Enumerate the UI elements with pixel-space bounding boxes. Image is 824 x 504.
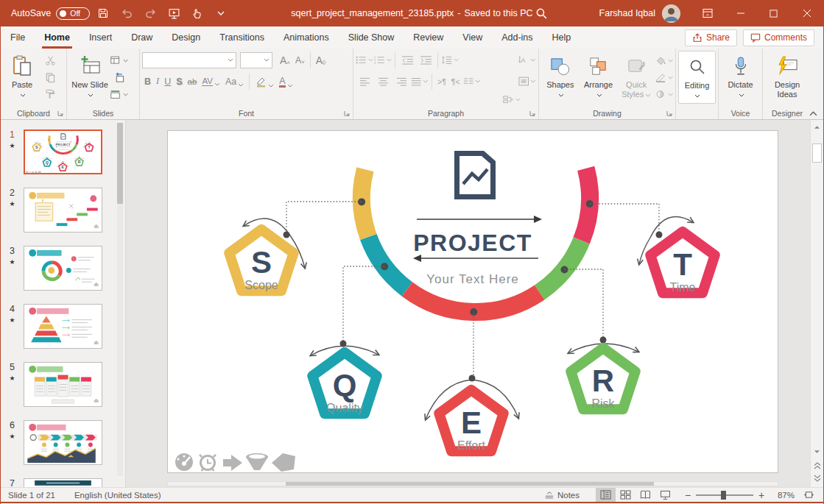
underline-button[interactable]: U [162,77,173,87]
autosave-control[interactable]: AutoSave Off [11,7,90,20]
project-title[interactable]: PROJECT [56,143,71,146]
scroll-down-button[interactable] [811,446,823,458]
arc-segment[interactable] [71,145,77,152]
shapes-button[interactable]: Shapes [541,51,580,107]
comments-button[interactable]: Comments [743,29,814,46]
numbering-button[interactable]: 123 [374,53,392,68]
share-button[interactable]: Share [685,29,737,46]
rtl-text-button[interactable]: ¶< [449,77,462,86]
convert-to-smartart-button[interactable] [503,92,521,107]
align-text-vertical-button[interactable] [518,74,536,89]
redo-button[interactable] [140,4,161,23]
tab-animations[interactable]: Animations [274,26,339,49]
panel-scrollbar-thumb[interactable] [117,123,123,204]
tab-draw[interactable]: Draw [122,26,162,49]
pentagon-effort[interactable]: E Effort [59,163,67,171]
quick-styles-button[interactable]: Quick Styles [617,51,655,107]
character-spacing-button[interactable]: AV [200,77,222,86]
font-dialog-launcher[interactable] [343,110,351,117]
scroll-up-button[interactable] [811,121,823,133]
slide-panel-item-4[interactable]: 4★ [1,304,125,349]
arrange-button[interactable]: Arrange [580,51,618,107]
dictate-button[interactable]: Dictate [722,51,760,107]
editing-button[interactable]: Editing [678,51,716,104]
pentagon-scope[interactable]: S Scope [32,143,41,151]
paragraph-dialog-launcher[interactable] [529,110,536,117]
slide-panel-item-1[interactable]: 1★ PROJECTYour Text Here S Scope T Time … [1,129,125,174]
notes-button[interactable]: Notes [544,491,580,500]
format-painter-button[interactable] [41,87,59,102]
placeholder-text[interactable]: Your Text Here [57,149,69,150]
text-direction-button[interactable]: A [518,53,536,68]
new-slide-button[interactable]: New Slide [69,51,110,107]
zoom-slider-thumb[interactable] [721,491,726,500]
save-button[interactable] [93,4,113,23]
shrink-font-button[interactable]: A˅ [293,55,307,65]
line-spacing-button[interactable] [441,53,459,68]
search-button[interactable] [532,4,552,23]
cut-button[interactable] [41,53,59,68]
zoom-out-button[interactable]: − [683,489,693,501]
slide-panel-item-2[interactable]: 2★ [1,188,125,233]
pentagon-scope[interactable]: S Scope [229,230,293,291]
shape-fill-button[interactable] [655,53,673,68]
pentagon-risk[interactable]: R Risk [75,158,83,166]
reset-slide-button[interactable] [110,70,128,85]
language-indicator[interactable]: English (United States) [74,491,161,500]
columns-button[interactable] [463,74,481,89]
undo-button[interactable] [116,4,137,23]
tab-file[interactable]: File [1,26,35,49]
design-ideas-button[interactable]: Design Ideas [766,51,809,107]
shape-effects-button[interactable] [655,87,673,102]
arc-segment[interactable] [540,241,582,292]
project-title[interactable]: PROJECT [413,230,532,256]
zoom-in-button[interactable]: + [756,489,767,501]
arc-segment[interactable] [368,237,406,289]
fit-slide-button[interactable] [799,488,819,502]
vertical-scrollbar[interactable] [810,120,823,487]
slide-canvas[interactable]: PROJECTYour Text Here S Scope T Time Q Q… [167,130,778,473]
slide-thumbnail-1[interactable]: PROJECTYour Text Here S Scope T Time Q Q… [24,129,102,174]
tab-view[interactable]: View [453,26,492,49]
ribbon-display-options-button[interactable] [691,0,724,26]
copy-button[interactable] [41,70,59,85]
next-slide-button[interactable] [811,472,823,484]
pentagon-time[interactable]: T Time [85,143,94,151]
horizontal-scrollbar[interactable] [167,481,778,486]
panel-scrollbar[interactable] [117,123,123,476]
drawing-dialog-launcher[interactable] [666,110,673,117]
zoom-slider[interactable] [696,494,753,496]
highlight-color-button[interactable] [253,76,276,88]
pentagon-effort[interactable]: E Effort [439,390,503,452]
tab-slide-show[interactable]: Slide Show [339,26,404,49]
ltr-text-button[interactable]: >¶ [435,77,448,86]
document-chart-icon[interactable] [60,133,66,139]
pentagon-time[interactable]: T Time [650,232,714,294]
change-case-button[interactable]: Aa [223,77,246,87]
slide-thumbnail-5[interactable] [24,362,102,407]
section-button[interactable] [110,87,128,102]
maximize-button[interactable] [757,0,790,26]
slide-thumbnail-3[interactable] [24,246,102,291]
align-center-button[interactable] [374,74,392,89]
tab-transitions[interactable]: Transitions [210,26,274,49]
slide-thumbnail-6[interactable] [24,420,102,465]
decrease-indent-button[interactable] [398,53,416,68]
text-shadow-button[interactable]: S [174,77,184,87]
bullets-button[interactable] [356,53,373,68]
close-button[interactable] [790,0,823,26]
horizontal-scrollbar-thumb[interactable] [286,482,654,486]
minimize-button[interactable] [724,0,757,26]
slide-panel-item-7[interactable]: 7 [1,478,125,487]
justify-button[interactable] [411,74,429,89]
tab-design[interactable]: Design [162,26,210,49]
tab-add-ins[interactable]: Add-ins [492,26,542,49]
shape-outline-button[interactable] [655,70,673,85]
tab-review[interactable]: Review [404,26,453,49]
user-name[interactable]: Farshad Iqbal [599,8,655,18]
align-right-button[interactable] [392,74,410,89]
slide-layout-button[interactable] [110,53,128,68]
pentagon-quality[interactable]: Q Quality [312,352,376,414]
autosave-toggle[interactable]: Off [56,7,90,20]
font-size-combobox[interactable] [240,52,272,68]
